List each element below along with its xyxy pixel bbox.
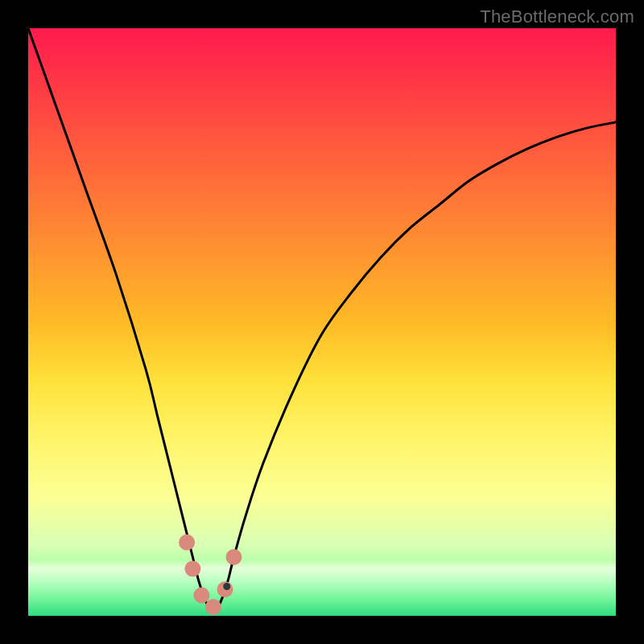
marker-dot: [223, 583, 230, 590]
chart-markers: [179, 535, 242, 615]
chart-svg: [28, 28, 616, 616]
chart-plot-area: [28, 28, 616, 616]
marker-right-upper: [226, 549, 242, 565]
bottleneck-curve-path: [28, 28, 616, 612]
marker-left-upper: [179, 535, 195, 551]
chart-outer-frame: TheBottleneck.com: [0, 0, 644, 644]
marker-bottom: [205, 599, 221, 615]
watermark-text: TheBottleneck.com: [480, 6, 634, 27]
marker-left-lower: [193, 587, 209, 603]
bottleneck-curve: [28, 28, 616, 612]
marker-left-mid: [184, 561, 200, 577]
